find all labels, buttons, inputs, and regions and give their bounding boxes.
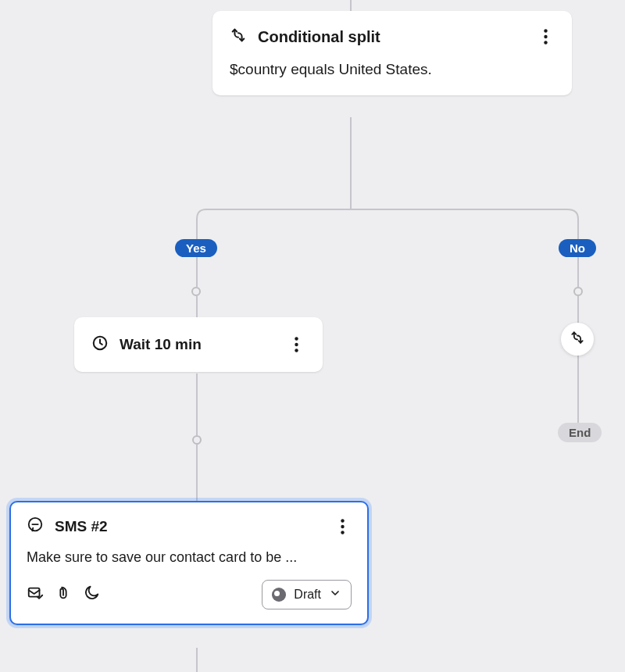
wait-title: Wait 10 min (120, 336, 276, 353)
chevron-down-icon (329, 587, 341, 602)
svg-point-19 (341, 519, 344, 522)
conditional-more-button[interactable] (536, 27, 555, 46)
wait-more-button[interactable] (287, 335, 305, 354)
svg-point-21 (341, 531, 344, 534)
conditional-title: Conditional split (258, 28, 525, 46)
clock-icon (91, 334, 109, 355)
svg-point-15 (295, 343, 298, 346)
branch-end-pill: End (558, 423, 602, 442)
sms-card[interactable]: SMS #2 Make sure to save our contact car… (9, 501, 369, 625)
status-label: Draft (294, 588, 321, 602)
connector-dot (192, 435, 202, 445)
wait-card[interactable]: Wait 10 min (74, 317, 323, 372)
svg-point-16 (295, 349, 298, 352)
split-icon (570, 330, 585, 349)
split-icon (230, 27, 247, 47)
more-vertical-icon (295, 337, 298, 352)
sms-preview: Make sure to save our contact card to be… (27, 549, 352, 566)
more-vertical-icon (544, 29, 548, 45)
sms-more-button[interactable] (333, 517, 352, 536)
conditional-expression: $country equals United States. (230, 61, 555, 78)
envelope-check-icon (27, 584, 44, 605)
branch-yes-pill: Yes (175, 239, 217, 257)
status-dot-icon (272, 588, 286, 602)
conditional-split-card[interactable]: Conditional split $country equals United… (212, 11, 572, 95)
branch-no-pill: No (559, 239, 596, 257)
svg-rect-22 (29, 588, 40, 597)
connector-dot (573, 287, 583, 296)
svg-point-14 (295, 337, 298, 340)
svg-point-20 (341, 525, 344, 528)
connector-dot (191, 287, 201, 296)
sms-title: SMS #2 (55, 518, 322, 535)
message-icon (27, 517, 44, 537)
svg-point-12 (544, 41, 547, 44)
svg-point-11 (544, 35, 547, 38)
moon-icon (83, 584, 100, 605)
status-select[interactable]: Draft (262, 580, 352, 609)
svg-point-10 (544, 29, 547, 32)
attachment-icon (55, 584, 72, 605)
add-branch-node[interactable] (561, 323, 594, 356)
more-vertical-icon (341, 519, 345, 534)
